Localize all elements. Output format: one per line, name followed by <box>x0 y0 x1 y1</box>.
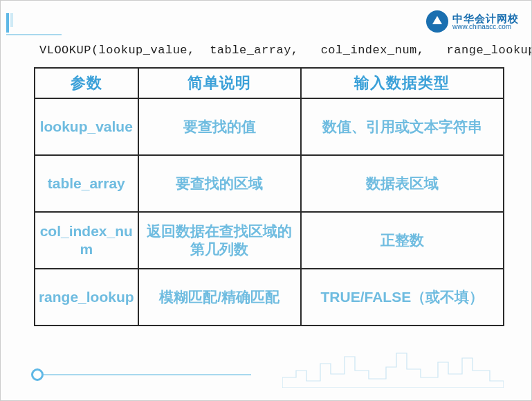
table-row: lookup_value 要查找的值 数值、引用或文本字符串 <box>35 98 504 155</box>
cell-desc: 要查找的值 <box>138 98 301 155</box>
top-divider-line <box>6 34 62 35</box>
logo-text-cn: 中华会计网校 <box>452 13 519 24</box>
cell-param: lookup_value <box>35 98 138 155</box>
table-row: table_array 要查找的区域 数据表区域 <box>35 155 504 212</box>
vlookup-params-table: 参数 简单说明 输入数据类型 lookup_value 要查找的值 数值、引用或… <box>34 67 504 326</box>
cell-param: range_lookup <box>35 269 138 326</box>
header-type: 输入数据类型 <box>301 68 504 98</box>
logo-icon <box>426 10 448 33</box>
cell-param: col_index_num <box>35 212 138 269</box>
skyline-decoration <box>282 350 504 388</box>
table-row: range_lookup 模糊匹配/精确匹配 TRUE/FALSE（或不填） <box>35 269 504 326</box>
cell-desc: 模糊匹配/精确匹配 <box>138 269 301 326</box>
cell-param: table_array <box>35 155 138 212</box>
cell-type: 数值、引用或文本字符串 <box>301 98 504 155</box>
table-header-row: 参数 简单说明 输入数据类型 <box>35 68 504 98</box>
header-desc: 简单说明 <box>138 68 301 98</box>
cell-type: 正整数 <box>301 212 504 269</box>
formula-text: VLOOKUP(lookup_value, table_array, col_i… <box>39 44 532 57</box>
cell-type: TRUE/FALSE（或不填） <box>301 269 504 326</box>
corner-decoration-top-left <box>6 13 17 33</box>
brand-logo: 中华会计网校 www.chinaacc.com <box>426 10 519 33</box>
logo-text-url: www.chinaacc.com <box>452 24 519 30</box>
table-row: col_index_num 返回数据在查找区域的第几列数 正整数 <box>35 212 504 269</box>
cell-type: 数据表区域 <box>301 155 504 212</box>
bottom-divider-line <box>44 374 251 375</box>
cell-desc: 返回数据在查找区域的第几列数 <box>138 212 301 269</box>
cell-desc: 要查找的区域 <box>138 155 301 212</box>
corner-decoration-bottom-left-circle <box>31 368 44 381</box>
header-param: 参数 <box>35 68 138 98</box>
